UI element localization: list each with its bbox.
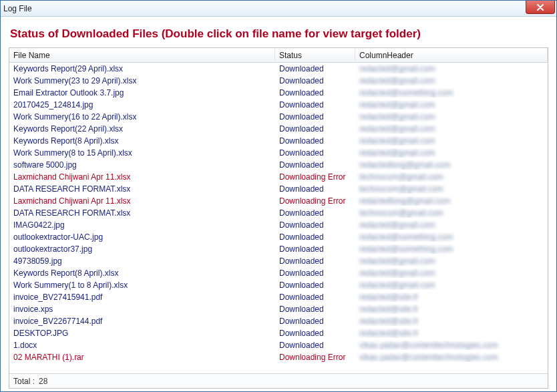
table-row[interactable]: software 5000.jpgDownloadedredactedlong@… xyxy=(9,159,548,171)
file-table: File Name Status ColumnHeader Keywords R… xyxy=(9,47,548,389)
table-body[interactable]: Keywords Report(29 April).xlsxDownloaded… xyxy=(9,63,548,373)
status-cell: Downloaded xyxy=(275,148,355,158)
status-cell: Downloaded xyxy=(275,220,355,230)
status-cell: Downloaded xyxy=(275,329,355,338)
table-row[interactable]: Email Extractor Outlook 3.7.jpgDownloade… xyxy=(9,87,548,99)
table-header-row: File Name Status ColumnHeader xyxy=(9,48,548,63)
extra-cell: redacted@site.fr xyxy=(355,305,548,314)
table-row[interactable]: DATA RESEARCH FORMAT.xlsxDownloadedtechn… xyxy=(9,183,548,195)
table-row[interactable]: Work Summery(1 to 8 April).xlsxDownloade… xyxy=(9,279,548,291)
extra-cell: technocom@gmail.com xyxy=(355,172,548,182)
status-cell: Downloaded xyxy=(275,124,355,134)
status-bar: Total : 28 xyxy=(9,373,548,388)
file-name-cell: 1.docx xyxy=(9,341,275,350)
table-row[interactable]: DATA RESEARCH FORMAT.xlsxDownloadedtechn… xyxy=(9,207,548,219)
table-row[interactable]: 1.docxDownloadedvikas.yadav@contenttechn… xyxy=(9,339,548,351)
extra-cell: technocom@gmail.com xyxy=(355,208,548,218)
close-icon xyxy=(536,4,544,11)
status-cell: Downloaded xyxy=(275,208,355,218)
table-row[interactable]: Work Summery(23 to 29 April).xlsxDownloa… xyxy=(9,75,548,87)
table-row[interactable]: Work Summery(16 to 22 April).xlsxDownloa… xyxy=(9,111,548,123)
table-row[interactable]: 02 MARATHI (1).rarDownloading Errorvikas… xyxy=(9,351,548,363)
status-cell: Downloaded xyxy=(275,268,355,278)
file-name-cell: Laxmichand Chijwani Apr 11.xlsx xyxy=(9,196,275,206)
extra-cell: technocom@gmail.com xyxy=(355,184,548,194)
window-frame: Log File Status of Downloaded Files (Dou… xyxy=(0,0,557,392)
table-row[interactable]: Laxmichand Chijwani Apr 11.xlsxDownloadi… xyxy=(9,171,548,183)
file-name-cell: Work Summery(23 to 29 April).xlsx xyxy=(9,76,275,85)
table-row[interactable]: Keywords Report(8 April).xlsxDownloadedr… xyxy=(9,267,548,279)
status-cell: Downloaded xyxy=(275,160,355,170)
extra-cell: redacted@gmail.com xyxy=(355,268,548,278)
extra-cell: redacted@gmail.com xyxy=(355,220,548,230)
file-name-cell: outlookextractor-UAC.jpg xyxy=(9,232,275,242)
extra-cell: redacted@something.com xyxy=(355,232,548,242)
extra-cell: redacted@site.fr xyxy=(355,317,548,326)
file-name-cell: Work Summery(8 to 15 April).xlsx xyxy=(9,148,275,158)
status-cell: Downloaded xyxy=(275,305,355,314)
table-row[interactable]: DESKTOP.JPGDownloadedredacted@site.fr xyxy=(9,327,548,339)
status-cell: Downloaded xyxy=(275,341,355,350)
status-cell: Downloaded xyxy=(275,136,355,146)
file-name-cell: Keywords Report(8 April).xlsx xyxy=(9,268,275,278)
table-row[interactable]: 49738059.jpgDownloadedredacted@gmail.com xyxy=(9,255,548,267)
status-cell: Downloaded xyxy=(275,184,355,194)
titlebar[interactable]: Log File xyxy=(1,1,556,17)
file-name-cell: outlookextractor37.jpg xyxy=(9,244,275,254)
extra-cell: redactedlong@gmail.com xyxy=(355,160,548,170)
status-cell: Downloaded xyxy=(275,256,355,266)
table-row[interactable]: invoice_BV27415941.pdfDownloadedredacted… xyxy=(9,291,548,303)
table-row[interactable]: Laxmichand Chijwani Apr 11.xlsxDownloadi… xyxy=(9,195,548,207)
file-name-cell: Keywords Report(29 April).xlsx xyxy=(9,64,275,73)
file-name-cell: DESKTOP.JPG xyxy=(9,329,275,338)
extra-cell: redactedlong@gmail.com xyxy=(355,196,548,206)
file-name-cell: invoice_BV27415941.pdf xyxy=(9,292,275,302)
table-row[interactable]: IMAG0422.jpgDownloadedredacted@gmail.com xyxy=(9,219,548,231)
total-label: Total : xyxy=(13,377,35,386)
file-name-cell: DATA RESEARCH FORMAT.xlsx xyxy=(9,184,275,194)
table-row[interactable]: invoice.xpsDownloadedredacted@site.fr xyxy=(9,303,548,315)
status-cell: Downloaded xyxy=(275,88,355,97)
file-name-cell: Keywords Report(22 April).xlsx xyxy=(9,124,275,134)
status-cell: Downloaded xyxy=(275,64,355,73)
file-name-cell: 49738059.jpg xyxy=(9,256,275,266)
file-name-cell: software 5000.jpg xyxy=(9,160,275,170)
status-cell: Downloading Error xyxy=(275,172,355,182)
status-cell: Downloaded xyxy=(275,317,355,326)
extra-cell: redacted@something.com xyxy=(355,88,548,97)
extra-cell: redacted@gmail.com xyxy=(355,280,548,290)
file-name-cell: Work Summery(1 to 8 April).xlsx xyxy=(9,280,275,290)
table-row[interactable]: outlookextractor37.jpgDownloadedredacted… xyxy=(9,243,548,255)
extra-cell: redacted@site.fr xyxy=(355,292,548,302)
status-cell: Downloaded xyxy=(275,76,355,85)
file-name-cell: DATA RESEARCH FORMAT.xlsx xyxy=(9,208,275,218)
file-name-cell: IMAG0422.jpg xyxy=(9,220,275,230)
file-name-cell: Work Summery(16 to 22 April).xlsx xyxy=(9,112,275,122)
extra-cell: redacted@something.com xyxy=(355,244,548,254)
extra-cell: redacted@gmail.com xyxy=(355,100,548,110)
status-cell: Downloaded xyxy=(275,232,355,242)
column-header-status[interactable]: Status xyxy=(275,48,355,62)
table-row[interactable]: 20170425_124814.jpgDownloadedredacted@gm… xyxy=(9,99,548,111)
table-row[interactable]: outlookextractor-UAC.jpgDownloadedredact… xyxy=(9,231,548,243)
extra-cell: vikas.yadav@contenttechnologies.com xyxy=(355,353,548,362)
file-name-cell: Keywords Report(8 April).xlsx xyxy=(9,136,275,146)
file-name-cell: invoice_BV22677144.pdf xyxy=(9,317,275,326)
table-row[interactable]: Keywords Report(29 April).xlsxDownloaded… xyxy=(9,63,548,75)
file-name-cell: invoice.xps xyxy=(9,305,275,314)
close-button[interactable] xyxy=(526,1,555,14)
table-row[interactable]: Work Summery(8 to 15 April).xlsxDownload… xyxy=(9,147,548,159)
extra-cell: redacted@gmail.com xyxy=(355,136,548,146)
column-header-file-name[interactable]: File Name xyxy=(9,48,275,62)
status-cell: Downloaded xyxy=(275,112,355,122)
extra-cell: vikas.yadav@contenttechnologies.com xyxy=(355,341,548,350)
table-row[interactable]: invoice_BV22677144.pdfDownloadedredacted… xyxy=(9,315,548,327)
extra-cell: redacted@gmail.com xyxy=(355,256,548,266)
table-row[interactable]: Keywords Report(22 April).xlsxDownloaded… xyxy=(9,123,548,135)
column-header-extra[interactable]: ColumnHeader xyxy=(355,48,548,62)
extra-cell: redacted@gmail.com xyxy=(355,124,548,134)
extra-cell: redacted@gmail.com xyxy=(355,76,548,85)
extra-cell: redacted@gmail.com xyxy=(355,112,548,122)
table-row[interactable]: Keywords Report(8 April).xlsxDownloadedr… xyxy=(9,135,548,147)
status-cell: Downloading Error xyxy=(275,196,355,206)
